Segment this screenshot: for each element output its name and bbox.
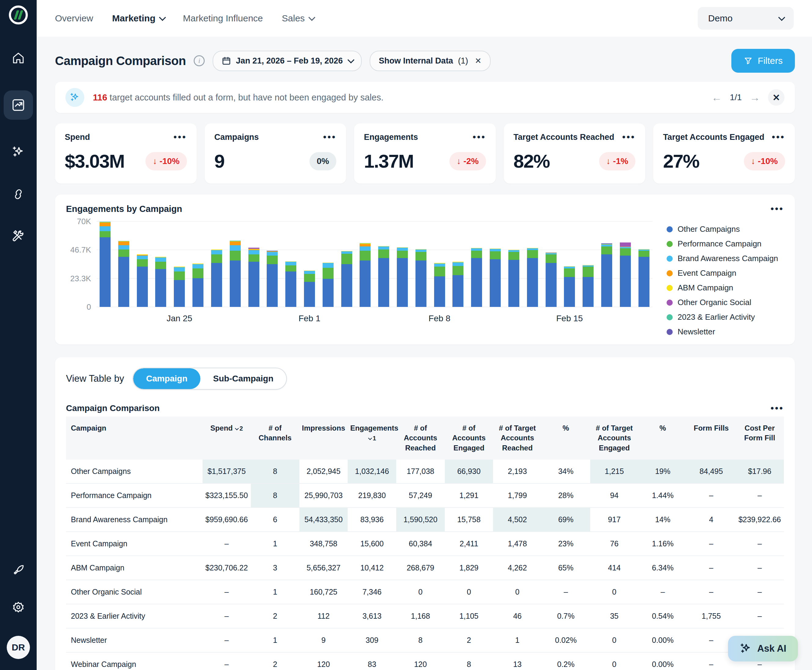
table-row[interactable]: 2023 & Earlier Activity–21123,6131,1681,… <box>66 604 784 628</box>
table-row[interactable]: Other Campaigns$1,517,37582,052,9451,032… <box>66 460 784 484</box>
bar-feb-17[interactable] <box>601 244 612 307</box>
col-header[interactable]: # of Accounts Engaged <box>445 416 493 460</box>
filters-button[interactable]: Filters <box>731 49 795 73</box>
col-header[interactable]: # of Target Accounts Reached <box>493 416 542 460</box>
bar-jan-29[interactable] <box>248 248 259 307</box>
legend-item[interactable]: ABM Campaign <box>666 283 784 293</box>
tools-icon[interactable] <box>8 227 28 246</box>
bar-feb-15[interactable] <box>564 266 575 307</box>
legend-item[interactable]: Brand Awareness Campaign <box>666 254 784 263</box>
home-icon[interactable] <box>8 48 28 68</box>
table-menu-button[interactable]: ••• <box>770 403 784 413</box>
table-row[interactable]: Newsletter–193098210.02%00.00%–– <box>66 628 784 652</box>
bar-jan-27[interactable] <box>211 249 222 307</box>
table-row[interactable]: Webinar Campaign–2120831208130.2%00.00%–… <box>66 652 784 670</box>
nav-item-overview[interactable]: Overview <box>55 13 93 24</box>
toggle-campaign[interactable]: Campaign <box>133 368 200 389</box>
bar-feb-14[interactable] <box>546 252 557 307</box>
bar-jan-26[interactable] <box>192 264 203 307</box>
close-icon[interactable]: ✕ <box>768 89 785 106</box>
toggle-sub-campaign[interactable]: Sub-Campaign <box>200 368 286 389</box>
bar-feb-9[interactable] <box>453 262 463 307</box>
row-cell: 8 <box>251 484 299 508</box>
rocket-icon[interactable] <box>8 560 28 580</box>
link-icon[interactable] <box>8 184 28 204</box>
date-range-picker[interactable]: Jan 21, 2026 – Feb 19, 2026 <box>213 51 362 71</box>
gear-icon[interactable] <box>8 598 28 618</box>
kpi-menu-button[interactable]: ••• <box>772 132 785 142</box>
prev-arrow-icon[interactable]: ← <box>712 91 722 103</box>
col-header[interactable]: Campaign <box>66 416 203 460</box>
col-header[interactable]: # of Channels <box>251 416 299 460</box>
ask-ai-button[interactable]: Ask AI <box>728 636 798 662</box>
table-row[interactable]: Other Organic Social–1160,7257,346000–0–… <box>66 580 784 604</box>
kpi-card-target-accounts-engaged: Target Accounts Engaged•••27%↓-10% <box>653 124 795 184</box>
bar-jan-31[interactable] <box>285 261 296 307</box>
bar-jan-24[interactable] <box>155 257 166 307</box>
col-header[interactable]: # of Target Accounts Engaged <box>590 416 639 460</box>
chart-menu-button[interactable]: ••• <box>770 204 784 214</box>
col-header[interactable]: Cost Per Form Fill <box>735 416 784 460</box>
bar-segment <box>155 269 166 307</box>
nav-item-marketing[interactable]: Marketing <box>112 13 164 24</box>
col-header[interactable]: Impressions <box>299 416 348 460</box>
bar-feb-18[interactable] <box>620 242 631 307</box>
bar-feb-3[interactable] <box>341 251 352 307</box>
nav-item-marketing-influence[interactable]: Marketing Influence <box>183 13 263 24</box>
bar-feb-6[interactable] <box>397 247 408 307</box>
table-row[interactable]: Event Campaign–1348,75815,60060,3842,411… <box>66 532 784 556</box>
company-logo[interactable] <box>9 5 28 24</box>
bar-jan-21[interactable] <box>100 222 110 307</box>
col-header[interactable]: Engagements 1 <box>348 416 396 460</box>
workspace-dropdown[interactable]: Demo <box>698 7 794 30</box>
bar-feb-13[interactable] <box>527 248 538 307</box>
col-header[interactable]: % <box>639 416 687 460</box>
table-row[interactable]: Performance Campaign$323,155.50825,990,7… <box>66 484 784 508</box>
table-row[interactable]: ABM Campaign$230,706.2235,656,32710,4122… <box>66 556 784 580</box>
bar-feb-7[interactable] <box>415 249 427 307</box>
col-header[interactable]: Form Fills <box>687 416 736 460</box>
bar-feb-2[interactable] <box>323 262 334 307</box>
analytics-icon[interactable] <box>3 90 33 120</box>
bar-feb-16[interactable] <box>583 265 593 307</box>
legend-item[interactable]: Other Organic Social <box>666 298 784 307</box>
sparkles-icon[interactable] <box>8 142 28 162</box>
bar-jan-28[interactable] <box>230 241 241 307</box>
bar-jan-25[interactable] <box>174 267 185 307</box>
col-header[interactable]: # of Accounts Reached <box>396 416 445 460</box>
internal-data-chip[interactable]: Show Internal Data (1) ✕ <box>370 51 491 71</box>
nav-item-sales[interactable]: Sales <box>282 13 314 24</box>
next-arrow-icon[interactable]: → <box>750 91 760 103</box>
bar-feb-4[interactable] <box>359 243 371 307</box>
bar-feb-10[interactable] <box>471 248 482 307</box>
col-header[interactable]: Spend 2 <box>203 416 251 460</box>
legend-item[interactable]: Other Campaigns <box>666 225 784 234</box>
legend-item[interactable]: Newsletter <box>666 327 784 337</box>
bar-feb-12[interactable] <box>509 250 519 307</box>
kpi-menu-button[interactable]: ••• <box>323 132 337 142</box>
bar-segment <box>285 266 296 271</box>
bar-jan-23[interactable] <box>137 254 148 307</box>
sparkle-icon <box>65 88 84 107</box>
legend-item[interactable]: Event Campaign <box>666 269 784 278</box>
kpi-menu-button[interactable]: ••• <box>173 132 187 142</box>
info-icon[interactable]: i <box>194 55 205 66</box>
close-icon[interactable]: ✕ <box>475 56 481 66</box>
table-row[interactable]: Brand Awareness Campaign$959,690.66654,4… <box>66 508 784 532</box>
bar-feb-8[interactable] <box>434 263 445 307</box>
kpi-menu-button[interactable]: ••• <box>622 132 636 142</box>
bar-feb-11[interactable] <box>490 249 501 307</box>
bar-jan-30[interactable] <box>267 251 278 307</box>
avatar[interactable]: DR <box>7 636 30 659</box>
legend-item[interactable]: 2023 & Earlier Activity <box>666 312 784 322</box>
kpi-card-spend: Spend•••$3.03M↓-10% <box>55 124 197 184</box>
row-cell: – <box>735 484 784 508</box>
bar-feb-19[interactable] <box>639 249 649 307</box>
bar-feb-1[interactable] <box>304 271 315 307</box>
legend-item[interactable]: Performance Campaign <box>666 239 784 249</box>
kpi-value: 27% <box>663 150 699 172</box>
bar-jan-22[interactable] <box>118 241 129 307</box>
bar-feb-5[interactable] <box>378 246 389 307</box>
kpi-menu-button[interactable]: ••• <box>473 132 486 142</box>
col-header[interactable]: % <box>542 416 590 460</box>
